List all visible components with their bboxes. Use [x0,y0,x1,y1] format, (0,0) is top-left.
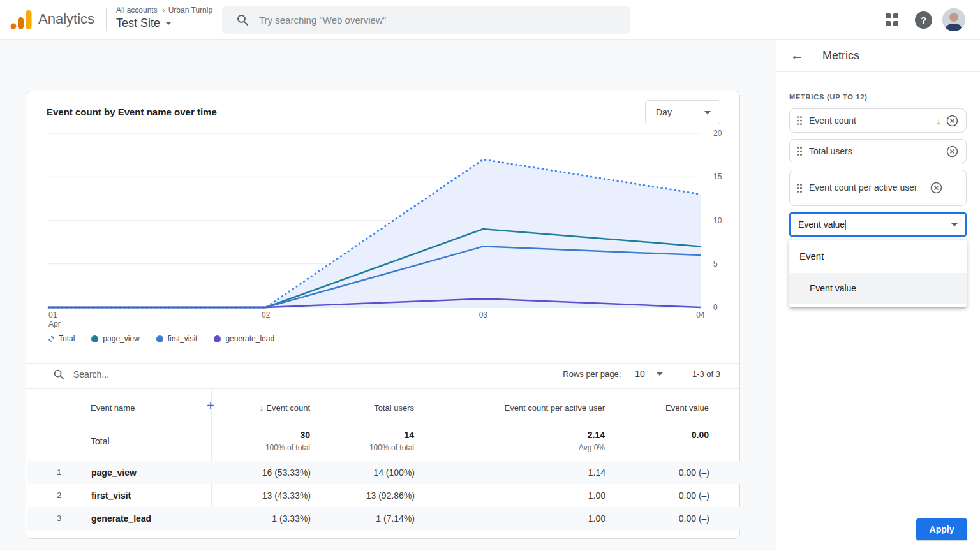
y-tick-label: 15 [713,172,722,181]
remove-metric-icon[interactable] [946,145,958,158]
chevron-down-icon[interactable] [951,223,958,226]
column-header-event-count[interactable]: ↓Event count [260,403,310,413]
event-count-cell: 16 (53.33%) [262,467,311,478]
y-tick-label: 0 [713,303,718,312]
metrics-panel: ← Metrics METRICS (UP TO 12) Event count… [776,40,980,551]
user-avatar[interactable] [942,8,965,31]
report-card: Event count by Event name over time Day … [26,91,740,539]
rows-per-page-label: Rows per page: [563,369,621,379]
metric-search-input[interactable]: Event value [789,212,967,237]
event-count-cell: 1 (3.33%) [272,513,311,524]
column-header-event-value[interactable]: Event value [665,403,709,413]
chart-title: Event count by Event name over time [47,107,217,117]
metric-dropdown: Event Event value [789,240,967,307]
dropdown-option-event-value[interactable]: Event value [789,273,967,304]
table-search-input[interactable]: Search... [53,369,109,380]
column-header-event-name[interactable]: Event name [91,403,135,413]
help-icon[interactable]: ? [915,11,932,29]
legend-item-first_visit: first_visit [156,334,198,343]
legend-item-Total: Total [48,334,75,343]
x-tick-label: 02 [262,311,270,320]
rows-per-page-value[interactable]: 10 [635,369,645,379]
total-ecpau: 2.14 Avg 0% [579,430,605,452]
total-event-value: 0.00 [692,430,709,440]
chart-legend: Totalpage_viewfirst_visitgenerate_lead [48,334,274,343]
x-tick-label: 03 [479,311,487,320]
row-index: 2 [57,490,61,500]
drag-handle-icon[interactable] [796,146,803,156]
chevron-down-icon[interactable] [657,372,663,376]
y-tick-label: 5 [713,260,718,268]
dropdown-group-header: Event [799,251,824,261]
remove-metric-icon[interactable] [946,115,958,127]
property-selector[interactable]: Test Site [116,17,172,30]
chevron-down-icon [704,111,711,114]
sort-descending-icon: ↓ [937,115,942,126]
series-dot-icon [156,335,163,342]
apps-grid-icon[interactable] [886,13,898,26]
granularity-value: Day [656,107,672,117]
search-icon [53,369,64,380]
drag-handle-icon[interactable] [796,183,803,193]
search-icon [236,13,249,26]
column-header-total-users[interactable]: Total users [374,403,414,413]
x-tick-label: 04 [696,311,704,320]
back-arrow-icon[interactable]: ← [791,48,804,63]
text-cursor [845,220,846,230]
total-users-cell: 1 (7.14%) [376,513,415,524]
property-name: Test Site [116,17,160,30]
metric-chip-ecpau[interactable]: Event count per active user [789,170,967,206]
section-divider [26,363,739,364]
row-index: 1 [57,467,61,477]
y-tick-label: 10 [713,216,722,225]
drag-handle-icon[interactable] [796,115,803,126]
event-name-cell: generate_lead [91,513,151,524]
panel-header: ← Metrics [776,40,980,72]
topbar-divider [106,8,107,31]
table-row[interactable]: 1 page_view 16 (53.33%) 14 (100%) 1.14 0… [27,461,740,484]
total-row-label: Total [91,436,110,446]
sort-descending-icon: ↓ [260,403,264,413]
ecpau-cell: 1.14 [588,467,605,478]
event-value-cell: 0.00 (–) [679,513,709,524]
ecpau-cell: 1.00 [588,513,605,524]
event-value-cell: 0.00 (–) [679,467,709,478]
y-tick-label: 20 [713,129,722,138]
total-event-count: 30 100% of total [265,430,310,452]
row-index: 3 [57,513,61,523]
metrics-section-label: METRICS (UP TO 12) [789,93,868,101]
line-chart [48,133,701,307]
breadcrumb-org[interactable]: Urban Turnip [168,6,212,15]
metric-chip-total-users[interactable]: Total users [789,139,967,163]
analytics-logo-icon[interactable] [10,10,33,30]
breadcrumb-account[interactable]: All accounts [116,6,158,15]
chart-plot [48,133,701,307]
chevron-right-icon [161,8,165,12]
event-name-cell: first_visit [91,490,131,501]
product-name: Analytics [38,11,94,27]
granularity-select[interactable]: Day [645,100,720,124]
x-axis-labels: 01Apr020304 [48,311,701,330]
panel-title: Metrics [822,49,859,62]
event-count-cell: 13 (43.33%) [262,490,311,501]
table-row[interactable]: 3 generate_lead 1 (3.33%) 1 (7.14%) 1.00… [27,507,740,530]
remove-metric-icon[interactable] [930,182,942,194]
total-users-cell: 13 (92.86%) [366,490,415,501]
total-users-cell: 14 (100%) [373,467,415,478]
pagination-bar: Rows per page: 10 1-3 of 3 [563,369,720,379]
apply-button[interactable]: Apply [916,518,967,540]
legend-item-generate_lead: generate_lead [214,334,274,343]
global-search-input[interactable]: Try searching "Web overview" [222,6,630,34]
series-dot-icon [214,335,221,342]
table-top-divider [26,388,739,389]
table-row[interactable]: 2 first_visit 13 (43.33%) 13 (92.86%) 1.… [27,484,740,507]
add-column-button[interactable]: + [207,399,214,413]
legend-item-page_view: page_view [91,334,139,343]
breadcrumb: All accounts Urban Turnip [116,6,212,15]
metric-chip-event-count[interactable]: Event count ↓ [789,108,967,133]
event-name-cell: page_view [91,467,137,478]
dashed-circle-icon [48,336,54,342]
column-header-ecpau[interactable]: Event count per active user [504,403,605,413]
x-tick-label: 01Apr [48,311,61,328]
event-value-cell: 0.00 (–) [679,490,709,501]
